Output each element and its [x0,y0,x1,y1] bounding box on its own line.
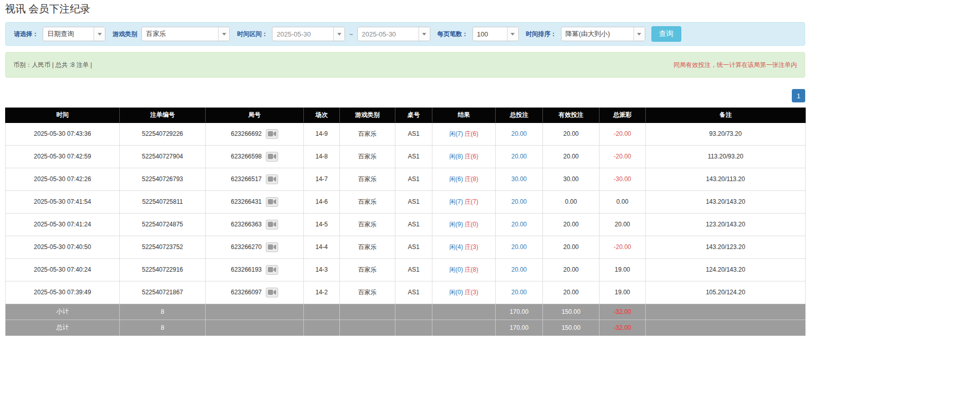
round-number: 623266598 [231,152,262,160]
sort-select[interactable] [561,27,645,41]
summary-bar: 币别：人民币 | 总共 :8 注单 | 同局有效投注，统一计算在该局第一张注单内 [5,52,805,78]
table-body: 2025-05-30 07:43:36 522540729226 6232666… [6,122,806,304]
cell-result: 闲(0)庄(3) [432,281,496,304]
cell-table-no: AS1 [395,281,432,304]
round-number: 623266270 [231,243,262,250]
subtotal-label: 小计 [6,304,120,320]
cell-session: 14-7 [304,168,340,190]
cell-table-no: AS1 [395,213,432,236]
game-type-input[interactable] [142,27,218,41]
total-count: 8 [120,320,206,335]
cell-total-bet[interactable]: 30.00 [496,168,543,190]
bet-records-table: 时间 注单编号 局号 场次 游戏类别 桌号 结果 总投注 有效投注 总派彩 备注… [5,108,806,336]
col-total-bet: 总投注 [496,108,543,122]
cell-bet-id: 522540721867 [120,281,206,304]
table-row: 2025-05-30 07:42:26 522540726793 6232665… [6,168,806,190]
col-bet-id: 注单编号 [120,108,206,122]
cell-total-bet[interactable]: 20.00 [496,258,543,281]
subtotal-row: 小计 8 170.00 150.00 -32.00 [6,304,806,320]
video-replay-icon[interactable] [266,152,278,162]
cell-total-bet[interactable]: 20.00 [496,213,543,236]
result-player: 闲(7) [449,130,463,137]
cell-result: 闲(7)庄(7) [432,190,496,213]
col-note: 备注 [646,108,806,122]
cell-bet-id: 522540723752 [120,236,206,258]
cell-total-bet[interactable]: 20.00 [496,190,543,213]
col-session: 场次 [304,108,340,122]
query-type-label: 请选择： [14,30,39,39]
round-number: 623266193 [231,266,262,273]
cell-note: 143.20/143.20 [646,190,806,213]
result-banker: 庄(6) [465,130,479,137]
result-player: 闲(0) [449,266,463,273]
cell-total-bet[interactable]: 20.00 [496,122,543,145]
cell-total-bet[interactable]: 20.00 [496,145,543,168]
time-range-label: 时间区间： [237,30,268,39]
cell-result: 闲(0)庄(8) [432,258,496,281]
page-size-input[interactable] [473,27,507,41]
cell-game-type: 百家乐 [340,213,395,236]
page-button-1[interactable]: 1 [792,89,805,102]
query-type-select[interactable] [43,27,105,41]
game-type-select[interactable] [141,27,230,41]
video-replay-icon[interactable] [266,129,278,139]
cell-valid-bet: 0.00 [543,190,600,213]
cell-payout: 19.00 [600,281,646,304]
cell-total-bet[interactable]: 20.00 [496,281,543,304]
cell-valid-bet: 20.00 [543,236,600,258]
cell-round: 623266193 [206,258,304,281]
cell-game-type: 百家乐 [340,190,395,213]
chevron-down-icon[interactable] [419,27,430,41]
sort-input[interactable] [561,27,633,41]
cell-round: 623266431 [206,190,304,213]
date-to-input[interactable] [358,27,419,41]
chevron-down-icon[interactable] [633,27,645,41]
chevron-down-icon[interactable] [94,27,105,41]
sort-label: 时间排序： [526,30,557,39]
cell-valid-bet: 20.00 [543,213,600,236]
cell-session: 14-3 [304,258,340,281]
search-button[interactable]: 查询 [651,26,681,42]
chevron-down-icon[interactable] [507,27,518,41]
cell-session: 14-4 [304,236,340,258]
total-valid-bet: 150.00 [543,320,600,335]
date-to-picker[interactable] [357,27,430,41]
caret-icon [637,33,641,36]
query-type-input[interactable] [43,27,94,41]
cell-game-type: 百家乐 [340,281,395,304]
result-player: 闲(0) [449,289,463,296]
video-replay-icon[interactable] [266,197,278,207]
video-replay-icon[interactable] [266,220,278,229]
result-banker: 庄(3) [465,289,479,296]
range-separator: ~ [349,30,353,38]
table-row: 2025-05-30 07:40:24 522540722916 6232661… [6,258,806,281]
cell-total-bet[interactable]: 20.00 [496,236,543,258]
round-number: 623266363 [231,220,262,227]
video-replay-icon[interactable] [266,288,278,297]
grand-total-row: 总计 8 170.00 150.00 -32.00 [6,320,806,335]
cell-result: 闲(7)庄(6) [432,122,496,145]
video-replay-icon[interactable] [266,174,278,184]
cell-table-no: AS1 [395,145,432,168]
game-type-label: 游戏类别 [113,30,137,39]
result-banker: 庄(0) [465,221,479,228]
subtotal-payout: -32.00 [600,304,646,320]
cell-time: 2025-05-30 07:42:26 [6,168,120,190]
page-size-label: 每页笔数： [438,30,468,39]
col-payout: 总派彩 [600,108,646,122]
table-row: 2025-05-30 07:43:36 522540729226 6232666… [6,122,806,145]
cell-game-type: 百家乐 [340,168,395,190]
cell-round: 623266097 [206,281,304,304]
video-replay-icon[interactable] [266,265,278,275]
video-replay-icon[interactable] [266,242,278,252]
chevron-down-icon[interactable] [333,27,344,41]
col-round: 局号 [206,108,304,122]
page-size-select[interactable] [473,27,519,41]
result-banker: 庄(8) [465,266,479,273]
table-row: 2025-05-30 07:42:59 522540727904 6232665… [6,145,806,168]
date-from-input[interactable] [273,27,333,41]
cell-time: 2025-05-30 07:39:49 [6,281,120,304]
chevron-down-icon[interactable] [218,27,229,41]
result-banker: 庄(3) [465,243,479,251]
date-from-picker[interactable] [272,27,345,41]
